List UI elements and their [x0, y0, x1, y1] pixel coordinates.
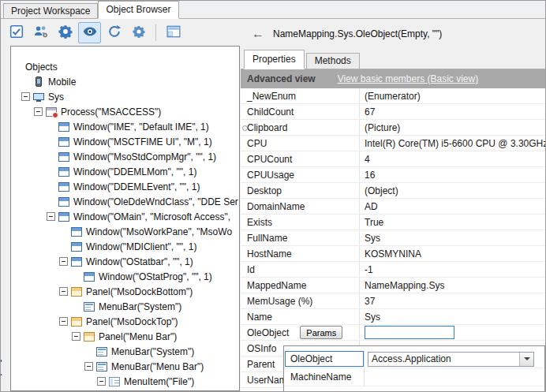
property-row[interactable]: ChildCount67	[241, 104, 545, 120]
add-users-button[interactable]	[29, 22, 52, 43]
highlight-object-button[interactable]	[78, 22, 101, 43]
settings-button[interactable]	[127, 22, 150, 43]
collapse-icon[interactable]	[72, 332, 80, 341]
params-button[interactable]: Params	[300, 326, 342, 339]
property-value: 37	[360, 296, 545, 307]
param-name-cell[interactable]: MachineName	[284, 368, 365, 386]
tree-item-sys[interactable]: Sys	[11, 89, 239, 104]
property-name: _NewEnum	[247, 91, 296, 102]
tree-item-menuitem[interactable]: MenuItem("File")	[11, 374, 239, 389]
property-row[interactable]: _NewEnum(Enumerator)	[241, 88, 545, 104]
refresh-icon	[107, 24, 122, 41]
tab-properties[interactable]: Properties	[244, 50, 305, 69]
view-mode-title: Advanced view	[247, 73, 316, 84]
object-tree: Objects Mobile Sys Process("MSACCESS") W…	[10, 46, 240, 391]
property-row[interactable]: MappedNameNameMapping.Sys	[241, 278, 545, 293]
tree-item-panel[interactable]: Panel("MsoDockBottom")	[11, 284, 239, 299]
tree-item-process[interactable]: Process("MSACCESS")	[11, 104, 239, 119]
tree-item-panel[interactable]: Panel("Menu Bar")	[11, 329, 239, 344]
tree-item-mobile[interactable]: Mobile	[11, 74, 239, 89]
property-row[interactable]: CPUUsage16	[241, 167, 545, 183]
property-row[interactable]: CPUIntel(R) Core(TM) i5-6600 CPU @ 3.30G…	[241, 136, 545, 151]
property-name: Desktop	[247, 185, 282, 196]
tree-item-panel[interactable]: Panel("MsoDockTop")	[11, 314, 239, 329]
param-value-text: Access.Application	[368, 353, 519, 364]
property-row[interactable]: Clipboard(Picture)	[241, 120, 545, 136]
tab-project-workspace[interactable]: Project Workspace	[3, 3, 98, 18]
oleobject-value-editor[interactable]	[365, 326, 454, 339]
property-name: HostName	[247, 248, 292, 259]
property-row[interactable]: FullNameSys	[241, 230, 545, 246]
property-row[interactable]: CPUCount4	[241, 151, 545, 167]
window-icon	[58, 122, 69, 132]
tree-item-menubar[interactable]: MenuBar("Menu Bar")	[11, 359, 239, 374]
tree-item-window[interactable]: Window("IME", "Default IME", 1)	[11, 119, 239, 134]
basic-view-link[interactable]: View basic members (Basic view)	[338, 73, 479, 84]
tree-item-window[interactable]: Window("MDIClient", "", 1)	[11, 239, 239, 254]
collapse-icon[interactable]	[97, 377, 106, 386]
collapse-icon[interactable]	[47, 212, 55, 221]
tree-item-window[interactable]: Window("OleDdeWndClass", "DDE Ser	[11, 194, 239, 209]
property-value: NameMapping.Sys	[360, 280, 545, 291]
object-marker-icon	[242, 125, 248, 131]
property-name: OleObject	[247, 327, 289, 338]
param-value-combobox[interactable]: Access.Application	[368, 352, 534, 367]
property-value: -1	[360, 264, 545, 275]
tree-item-window-omain[interactable]: Window("OMain", "Microsoft Access",	[11, 209, 239, 224]
tab-methods[interactable]: Methods	[306, 53, 360, 69]
property-name: MemUsage (%)	[247, 296, 312, 307]
window-icon	[58, 167, 69, 177]
property-value: (Object)	[360, 185, 545, 196]
property-row[interactable]: Desktop(Object)	[241, 183, 545, 199]
param-row-oleobject[interactable]: OleObject Access.Application	[284, 350, 544, 368]
property-name: FullName	[247, 233, 287, 244]
property-name: Exists	[247, 217, 272, 228]
param-row-machinename[interactable]: MachineName	[284, 368, 544, 386]
collapse-icon[interactable]	[59, 317, 68, 326]
tree-item-menuitem[interactable]: MenuItem("New...	[11, 389, 239, 391]
tree-item-window[interactable]: Window("DDEMLEvent", "", 1)	[11, 179, 239, 194]
gear-button[interactable]	[54, 22, 77, 43]
property-value: 4	[360, 154, 545, 165]
tree-item-window-ostatbar[interactable]: Window("OStatbar", "", 1)	[11, 254, 239, 269]
collapse-icon[interactable]	[34, 107, 43, 116]
tab-object-browser[interactable]: Object Browser	[98, 1, 178, 19]
tree-item-objects[interactable]: Objects	[11, 59, 239, 74]
chevron-down-icon	[524, 357, 530, 360]
property-row[interactable]: Id-1	[241, 262, 545, 278]
window-icon	[58, 137, 69, 147]
tree-item-window[interactable]: Window("DDEMLMom", "", 1)	[11, 164, 239, 179]
tree-item-window[interactable]: Window("OStatProg", "", 1)	[11, 269, 239, 284]
menuitem-icon	[109, 377, 120, 386]
checklist-button[interactable]	[5, 22, 28, 43]
property-name: OSInfo	[247, 343, 276, 354]
back-arrow-icon[interactable]: ←	[252, 27, 264, 41]
param-name-cell[interactable]: OleObject	[284, 350, 365, 368]
property-value: AD	[360, 201, 545, 212]
property-row[interactable]: MemUsage (%)37	[241, 293, 545, 309]
tree-item-window[interactable]: Window("MsoWorkPane", "MsoWo	[11, 224, 239, 239]
property-row-oleobject[interactable]: OleObjectParams	[241, 325, 545, 341]
combo-dropdown-button[interactable]	[519, 353, 533, 366]
refresh-button[interactable]	[103, 22, 125, 43]
tree-item-window[interactable]: Window("MSCTFIME UI", "M", 1)	[11, 134, 239, 149]
property-row[interactable]: DomainNameAD	[241, 199, 545, 215]
collapse-icon[interactable]	[84, 362, 93, 371]
tree-item-window[interactable]: Window("MsoStdCompMgr", "", 1)	[11, 149, 239, 164]
param-name: MachineName	[290, 371, 351, 383]
collapse-icon[interactable]	[59, 287, 68, 296]
collapse-icon[interactable]	[21, 92, 30, 101]
property-value: Sys	[360, 233, 545, 244]
property-name: Id	[247, 264, 255, 275]
window-icon	[84, 272, 95, 282]
collapse-icon[interactable]	[59, 257, 68, 266]
param-value-cell[interactable]	[365, 368, 544, 386]
property-name: Clipboard	[247, 122, 287, 133]
tree-item-menubar[interactable]: MenuBar("System")	[11, 299, 239, 314]
eye-icon	[83, 24, 97, 41]
property-row[interactable]: ExistsTrue	[241, 215, 545, 230]
property-row[interactable]: HostNameKOSMYNINA	[241, 246, 545, 262]
dock-panel-button[interactable]	[162, 22, 185, 43]
property-row[interactable]: NameSys	[241, 309, 545, 325]
tree-item-menubar[interactable]: MenuBar("System")	[11, 344, 239, 359]
